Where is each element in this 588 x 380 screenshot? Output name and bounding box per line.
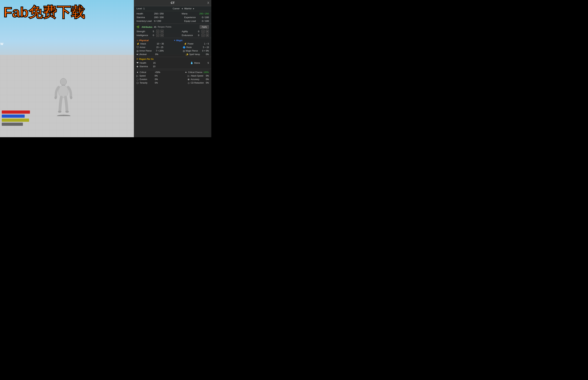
regen-stamina-icon: ◈	[137, 65, 138, 68]
accuracy-label: Accuracy	[191, 78, 205, 81]
w-label: W	[0, 42, 3, 46]
phys-magic-section: ⚡ Attack 10 ~ 35 ⚡ Power 1 ~ 5 🛡 Armor 1…	[134, 42, 211, 57]
svg-point-2	[59, 85, 68, 98]
attributes-section: 🌿 Attributes 45 Respec Points Apply Stre…	[134, 24, 211, 38]
health-value: 250 / 250	[154, 12, 163, 15]
health-bar	[2, 111, 30, 114]
close-button[interactable]: X	[207, 1, 209, 5]
speed-label: Speed	[140, 75, 154, 77]
mana-label: Mana	[182, 12, 199, 15]
accuracy-icon: ⊕	[187, 78, 190, 81]
critical-chance-icon: ✦	[185, 71, 187, 74]
evasion-icon: ◌	[137, 78, 139, 81]
strength-row: Strength 5 - + Agility 0 - +	[137, 29, 209, 33]
svg-point-0	[60, 78, 67, 85]
apply-button[interactable]: Apply	[200, 25, 209, 29]
extra-bar	[2, 123, 23, 126]
mana-value: 250 / 250	[199, 12, 209, 15]
endurance-minus-button[interactable]: -	[202, 34, 205, 37]
respec-label: Respec Points	[158, 26, 198, 28]
strength-plus-button[interactable]: +	[161, 30, 163, 33]
regen-health-row: ❤ Health 15 💧 Mana 5	[137, 61, 209, 65]
inventory-label: Inventory Load	[137, 20, 154, 22]
experience-label: Experience	[184, 16, 202, 19]
attack-value: 10 ~ 35	[157, 43, 164, 45]
critical-chance-value: 100%	[203, 71, 209, 74]
regen-mana-value: 5	[208, 62, 209, 64]
critical-row: ✦ Critical +50% ✦ Critical Chance 100%	[137, 71, 209, 74]
regen-health-value: 15	[153, 62, 156, 64]
power-value: 1 ~ 5	[204, 43, 209, 45]
attributes-title: Attributes	[142, 26, 152, 28]
intelligence-plus-button[interactable]: +	[161, 34, 163, 37]
level-value: 1	[143, 7, 144, 10]
svg-point-3	[54, 96, 57, 99]
attributes-icon: 🌿	[137, 25, 140, 28]
agility-label: Agility	[182, 30, 196, 33]
regen-mana-icon: 💧	[190, 61, 193, 64]
agility-minus-button[interactable]: -	[202, 30, 205, 33]
attributes-points: 45	[154, 26, 156, 28]
intelligence-value: 0	[152, 34, 155, 37]
inventory-value: 0 / 200	[154, 20, 161, 22]
svg-point-5	[58, 111, 61, 113]
vamp-row: ♥ Lifesteal 0% ✨ Spell Vamp 0%	[137, 53, 209, 56]
endurance-value: 0	[197, 34, 200, 37]
evasion-label: Evasion	[140, 78, 154, 81]
spell-vamp-value: 0%	[206, 53, 209, 56]
critical-icon: ✦	[137, 71, 139, 74]
magic-title: Magic	[176, 39, 183, 42]
stamina-bar	[2, 119, 29, 122]
regen-health-label: Health	[140, 62, 152, 64]
character-model	[53, 77, 74, 116]
equip-value: 0 / 100	[202, 20, 209, 22]
resis-label: Resis	[186, 46, 202, 49]
tenacity-value: 0%	[155, 82, 158, 84]
resis-value: 5 ~ 15	[203, 46, 209, 49]
phys-magic-headers: ⚔ Physical ✦ Magic	[134, 38, 211, 42]
evasion-row: ◌ Evasion 0% ⊕ Accuracy 0%	[137, 77, 209, 81]
spell-vamp-label: Spell Vamp	[189, 53, 205, 56]
tenacity-row: ⬡ Tenacity 0% ◇ CD Reduction 0%	[137, 81, 209, 85]
intelligence-minus-button[interactable]: -	[156, 34, 159, 37]
attack-speed-label: Attack Speed	[191, 75, 205, 77]
career-next-button[interactable]: ►	[193, 7, 195, 10]
armor-icon: 🛡	[137, 46, 139, 49]
attributes-header: 🌿 Attributes 45 Respec Points Apply	[137, 24, 209, 29]
resis-icon: 🔷	[182, 46, 186, 49]
speed-row: ▷ Speed 0% ▷ Attack Speed 0%	[137, 74, 209, 77]
endurance-label: Endurance	[182, 34, 196, 37]
endurance-plus-button[interactable]: +	[206, 34, 209, 37]
career-item: Career ◄ Warrior ►	[173, 7, 209, 10]
cd-reduction-label: CD Reduction	[191, 82, 205, 84]
regen-title: Regen Per 5s	[139, 58, 154, 60]
attack-power-row: ⚡ Attack 10 ~ 35 ⚡ Power 1 ~ 5	[137, 42, 209, 46]
agility-plus-button[interactable]: +	[206, 30, 209, 33]
level-label: Level	[137, 7, 142, 10]
character-panel: CT X Level 1 Career ◄ Warrior ► Health 2…	[134, 0, 211, 137]
career-label: Career	[173, 7, 180, 10]
power-label: Power	[187, 43, 203, 45]
strength-minus-button[interactable]: -	[156, 30, 159, 33]
magic-pierce-icon: ◎	[183, 49, 185, 52]
armor-pierce-icon: ◎	[137, 49, 139, 52]
spell-vamp-icon: ✨	[186, 53, 189, 56]
health-row: Health 250 / 250 Mana 250 / 250	[137, 12, 209, 16]
panel-title: CT	[137, 1, 208, 5]
attack-icon: ⚡	[137, 42, 140, 45]
physical-title: Physical	[139, 39, 149, 42]
intelligence-row: Intelligence 0 - + Endurance 0 - +	[137, 33, 209, 37]
regen-stamina-label: Stamina	[140, 65, 152, 68]
regen-stamina-row: ◈ Stamina 10	[137, 65, 209, 68]
career-nav: ◄ Warrior ►	[181, 7, 195, 10]
regen-health-icon: ❤	[137, 61, 139, 64]
strength-label: Strength	[137, 30, 151, 33]
magic-icon: ✦	[174, 39, 176, 42]
svg-point-4	[70, 96, 72, 99]
regen-stamina-value: 10	[153, 65, 155, 68]
equip-label: Equip Load	[184, 20, 202, 22]
career-prev-button[interactable]: ◄	[181, 7, 183, 10]
svg-point-6	[65, 111, 69, 113]
regen-icon: ⟳	[137, 58, 138, 60]
accuracy-value: 0%	[206, 78, 209, 81]
